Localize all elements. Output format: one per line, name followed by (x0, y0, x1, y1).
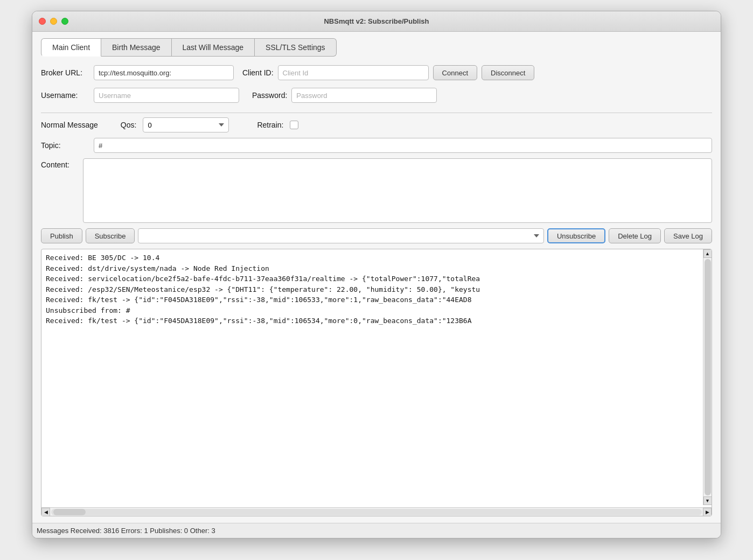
log-line: Received: fk/test -> {"id":"F045DA318E09… (46, 295, 707, 305)
broker-url-input[interactable] (94, 65, 234, 80)
scroll-down-arrow[interactable]: ▼ (703, 496, 712, 505)
scroll-left-arrow[interactable]: ◀ (41, 508, 50, 516)
tab-birth-message[interactable]: Birth Message (101, 38, 171, 57)
log-line: Received: fk/test -> {"id":"F045DA318E09… (46, 316, 707, 326)
username-label: Username: (41, 91, 89, 100)
broker-row: Broker URL: Client ID: Connect Disconnec… (41, 65, 712, 80)
save-log-button[interactable]: Save Log (664, 228, 712, 243)
main-content: Main Client Birth Message Last Will Mess… (32, 32, 721, 523)
normal-message-row: Normal Message Qos: 0 1 2 Retrain: (41, 117, 712, 132)
scroll-right-arrow[interactable]: ▶ (703, 508, 712, 516)
maximize-button[interactable] (61, 18, 68, 25)
password-label: Password: (252, 91, 287, 100)
retrain-checkbox[interactable] (290, 121, 298, 129)
client-id-label: Client ID: (242, 68, 274, 77)
log-line: Received: dst/drive/system/nada -> Node … (46, 263, 707, 274)
form-section: Broker URL: Client ID: Connect Disconnec… (41, 65, 712, 103)
close-button[interactable] (39, 18, 46, 25)
scroll-thumb-right[interactable] (705, 259, 711, 495)
log-scrollbar-right[interactable]: ▲ ▼ (703, 249, 712, 505)
titlebar: NBSmqtt v2: Subscribe/Publish (32, 11, 721, 32)
disconnect-button[interactable]: Disconnect (482, 65, 534, 80)
unsubscribe-button[interactable]: Unsubscribe (547, 228, 605, 243)
log-line: Unsubscribed from: # (46, 305, 707, 316)
log-line: Received: BE 305/DC -> 10.4 (46, 253, 707, 263)
topic-input[interactable] (94, 138, 712, 153)
subscribe-topic-select[interactable] (138, 228, 543, 243)
log-line: Received: /esp32/SEN/Meteostanice/esp32 … (46, 284, 707, 295)
topic-label: Topic: (41, 141, 89, 150)
qos-select[interactable]: 0 1 2 (143, 117, 229, 132)
status-bar: Messages Received: 3816 Errors: 1 Publis… (32, 523, 721, 538)
tab-ssl-tls-settings[interactable]: SSL/TLS Settings (255, 38, 337, 57)
log-line: Received: servicelocation/bce2f5a2-bafe-… (46, 274, 707, 284)
main-client-panel: Broker URL: Client ID: Connect Disconnec… (41, 65, 712, 516)
action-row: Publish Subscribe Unsubscribe Delete Log… (41, 228, 712, 243)
log-container: Received: BE 305/DC -> 10.4Received: dst… (41, 249, 712, 516)
content-label: Content: (41, 158, 79, 169)
content-row: Content: (41, 158, 712, 223)
log-scrollbar-bottom: ◀ ▶ (41, 507, 712, 516)
publish-button[interactable]: Publish (41, 228, 82, 243)
delete-log-button[interactable]: Delete Log (609, 228, 661, 243)
divider (41, 113, 712, 113)
tab-last-will-message[interactable]: Last Will Message (172, 38, 255, 57)
tab-bar: Main Client Birth Message Last Will Mess… (41, 38, 712, 57)
traffic-lights (39, 18, 68, 25)
window-title: NBSmqtt v2: Subscribe/Publish (324, 17, 429, 25)
client-id-input[interactable] (278, 65, 429, 80)
username-input[interactable] (94, 88, 239, 103)
status-text: Messages Received: 3816 Errors: 1 Publis… (37, 527, 215, 535)
retrain-label: Retrain: (257, 121, 283, 129)
connect-button[interactable]: Connect (433, 65, 477, 80)
qos-label: Qos: (121, 121, 137, 129)
minimize-button[interactable] (50, 18, 57, 25)
subscribe-button[interactable]: Subscribe (86, 228, 135, 243)
scroll-up-arrow[interactable]: ▲ (703, 249, 712, 258)
tab-main-client[interactable]: Main Client (41, 38, 101, 57)
normal-message-label: Normal Message (41, 121, 98, 129)
credentials-row: Username: Password: (41, 88, 712, 103)
log-area[interactable]: Received: BE 305/DC -> 10.4Received: dst… (41, 249, 712, 507)
password-input[interactable] (291, 88, 437, 103)
topic-row: Topic: (41, 138, 712, 153)
scroll-thumb-horizontal[interactable] (53, 509, 86, 515)
app-window: NBSmqtt v2: Subscribe/Publish Main Clien… (32, 11, 721, 538)
scroll-track-horizontal (51, 509, 702, 515)
broker-url-label: Broker URL: (41, 68, 89, 77)
content-textarea[interactable] (83, 158, 712, 223)
